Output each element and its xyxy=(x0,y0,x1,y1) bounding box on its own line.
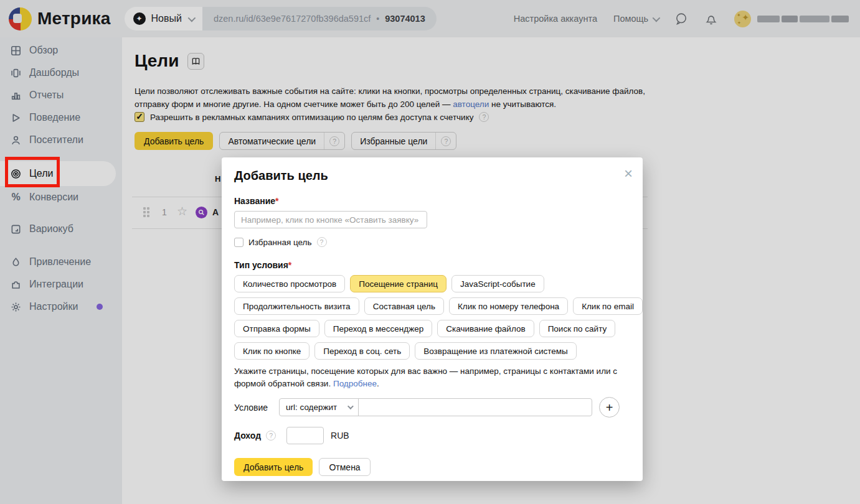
condition-type-row-2: Продолжительность визита Составная цель … xyxy=(234,297,630,315)
condition-chip[interactable]: Клик по номеру телефона xyxy=(449,297,568,315)
modal-footer: Добавить цель Отмена xyxy=(234,458,630,476)
submit-add-goal-button[interactable]: Добавить цель xyxy=(234,458,313,476)
condition-chip[interactable]: Переход в соц. сеть xyxy=(314,342,410,360)
add-condition-button[interactable]: + xyxy=(599,397,620,418)
condition-chip[interactable]: Возвращение из платежной системы xyxy=(415,342,577,360)
revenue-row: Доход ? RUB xyxy=(234,427,630,444)
condition-row-label: Условие xyxy=(234,403,279,413)
condition-chip[interactable]: Переход в мессенджер xyxy=(324,320,432,337)
condition-chip[interactable]: Клик по кнопке xyxy=(234,342,310,360)
cancel-button[interactable]: Отмена xyxy=(319,458,370,476)
condition-chip[interactable]: Поиск по сайту xyxy=(539,320,616,337)
goal-name-input[interactable] xyxy=(234,211,427,228)
name-field-label: Название* xyxy=(234,196,630,206)
condition-type-row-1: Количество просмотров Посещение страниц … xyxy=(234,275,630,292)
revenue-label: Доход xyxy=(234,431,261,441)
favorite-goal-checkbox-label: Избранная цель xyxy=(248,238,312,247)
condition-chip-selected[interactable]: Посещение страниц xyxy=(350,275,447,292)
condition-chip[interactable]: Количество просмотров xyxy=(234,275,345,292)
help-question-icon[interactable]: ? xyxy=(317,237,327,247)
favorite-goal-checkbox[interactable] xyxy=(234,238,243,247)
pages-hint: Укажите страницы, посещение которых для … xyxy=(234,365,634,390)
hint-text-end: . xyxy=(377,379,379,388)
condition-chip[interactable]: JavaScript-событие xyxy=(451,275,544,292)
condition-value-input[interactable] xyxy=(358,398,592,416)
add-goal-modal: Добавить цель × Название* Избранная цель… xyxy=(222,157,643,481)
condition-chip[interactable]: Клик по email xyxy=(573,297,643,315)
help-question-icon[interactable]: ? xyxy=(266,431,276,441)
chevron-down-icon xyxy=(347,403,354,409)
condition-type-row-3: Отправка формы Переход в мессенджер Скач… xyxy=(234,320,630,337)
revenue-currency: RUB xyxy=(331,431,349,441)
condition-type-row-4: Клик по кнопке Переход в соц. сеть Возвр… xyxy=(234,342,630,360)
close-icon[interactable]: × xyxy=(624,166,633,181)
url-operator-value: url: содержит xyxy=(286,403,337,412)
condition-chip[interactable]: Отправка формы xyxy=(234,320,319,337)
condition-chip[interactable]: Продолжительность визита xyxy=(234,297,359,315)
required-asterisk: * xyxy=(288,260,291,270)
name-label-text: Название xyxy=(234,196,275,206)
condition-type-label: Тип условия* xyxy=(234,260,630,270)
condition-type-text: Тип условия xyxy=(234,260,288,270)
condition-chip[interactable]: Скачивание файлов xyxy=(437,320,534,337)
hint-text: Укажите страницы, посещение которых для … xyxy=(234,366,617,388)
revenue-input[interactable] xyxy=(286,427,324,444)
condition-row: Условие url: содержит + xyxy=(234,397,630,418)
url-operator-select[interactable]: url: содержит xyxy=(279,398,359,416)
condition-chip[interactable]: Составная цель xyxy=(364,297,444,315)
modal-title: Добавить цель xyxy=(234,169,630,183)
learn-more-link[interactable]: Подробнее xyxy=(333,379,377,388)
required-asterisk: * xyxy=(275,196,278,206)
